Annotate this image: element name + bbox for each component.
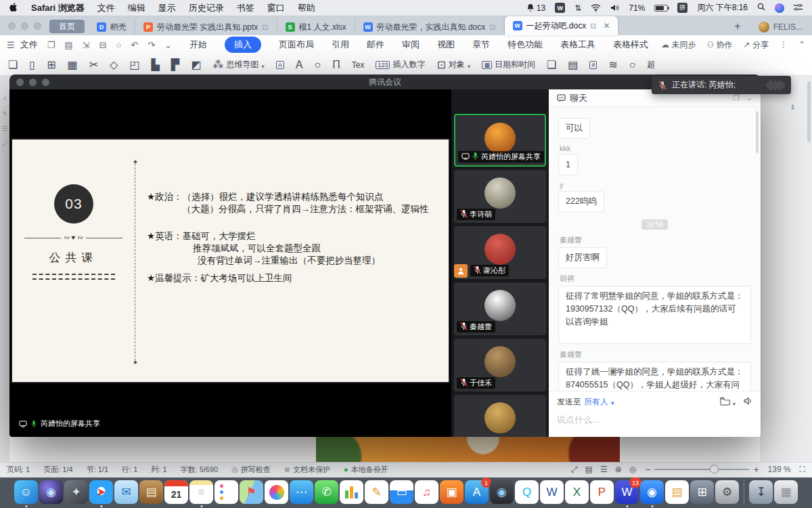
input-method-icon[interactable]: 拼 xyxy=(677,3,687,13)
dock-icon-reminders[interactable] xyxy=(215,480,238,504)
ribbon-tab-审阅[interactable]: 审阅 xyxy=(402,39,420,51)
view-mode-icon-3[interactable]: ⊕ xyxy=(615,465,622,474)
tool-equation[interactable]: Π xyxy=(332,59,340,71)
collapse-ribbon-icon[interactable]: ⌃ xyxy=(798,40,805,49)
dock-icon-messages[interactable]: ⋯ xyxy=(290,480,313,504)
dock-icon-excel[interactable]: X xyxy=(565,480,589,504)
wps-status-icon[interactable]: W xyxy=(555,3,565,13)
menu-item-显示[interactable]: 显示 xyxy=(158,2,176,14)
status-toggle-本地备份开[interactable]: ●本地备份开 xyxy=(344,465,388,475)
volume-icon[interactable] xyxy=(610,4,619,12)
share-button[interactable]: ↗ 分享 xyxy=(744,39,769,51)
tool-object[interactable]: ⊡对象 xyxy=(436,58,470,71)
ribbon-tab-章节[interactable]: 章节 xyxy=(472,39,490,51)
menu-item-帮助[interactable]: 帮助 xyxy=(298,2,315,14)
minimize-window-button[interactable] xyxy=(21,22,28,30)
shared-screen-area[interactable]: 03 ∾ ♥ ∾ 公共课 ★政治：（选择）很烂，建议学透精讲精练熟悉每个知识点（… xyxy=(9,89,451,437)
dock-icon-maps[interactable]: ⚑ xyxy=(240,480,263,504)
tool-smartart[interactable]: ◩ xyxy=(191,58,201,71)
ribbon-tab-表格样式[interactable]: 表格样式 xyxy=(613,39,648,51)
menu-item-编辑[interactable]: 编辑 xyxy=(128,2,145,14)
dock-icon-tencent-meeting[interactable]: ◉ xyxy=(640,480,664,504)
print-preview-icon[interactable]: ○ xyxy=(116,40,121,50)
dock-icon-app-store[interactable]: A1 xyxy=(465,480,489,504)
collaborate-button[interactable]: ⚇ 协作 xyxy=(706,39,732,51)
window-controls[interactable] xyxy=(0,16,48,35)
dock-icon-photos[interactable] xyxy=(265,480,288,504)
ribbon-tab-表格工具[interactable]: 表格工具 xyxy=(560,39,595,51)
tool-blank-page[interactable]: ▯ xyxy=(29,58,35,71)
open-icon[interactable]: ❐ xyxy=(47,40,55,50)
dock-icon-grid[interactable]: ⊞ xyxy=(690,480,714,504)
tab-preview-icon[interactable]: ⊡ xyxy=(262,23,268,32)
collapse-chat-icon[interactable]: ⌄ xyxy=(746,93,752,102)
dock-icon-calendar[interactable]: 21 xyxy=(164,480,188,504)
dock-icon-pages[interactable]: ✎ xyxy=(365,480,388,504)
dock-icon-downloads[interactable]: ↧ xyxy=(749,480,773,504)
participant-tile-于佳禾[interactable]: 于佳禾 xyxy=(454,339,546,391)
status-列[interactable]: 列: 1 xyxy=(151,465,166,475)
popout-chat-icon[interactable]: ❐ xyxy=(733,93,740,102)
tab-劳动最光荣 实践出真知.pptx[interactable]: P劳动最光荣 实践出真知.pptx⊡ xyxy=(135,19,277,35)
tab-close-icon[interactable]: ✕ xyxy=(603,21,610,30)
file-menu[interactable]: 文件 xyxy=(20,39,38,51)
tool-picture[interactable]: ▦ xyxy=(68,58,78,71)
dock-icon-photo-booth[interactable]: ◉ xyxy=(490,480,514,504)
dock-icon-numbers[interactable] xyxy=(340,480,363,504)
tool-page-number[interactable]: # xyxy=(589,61,597,69)
menu-clock[interactable]: 周六 下午8:16 xyxy=(697,2,748,14)
tool-shapes[interactable]: ◇ xyxy=(110,58,118,71)
status-行[interactable]: 行: 1 xyxy=(122,465,137,475)
tool-table[interactable]: ⊞ xyxy=(47,58,55,71)
status-页码[interactable]: 页码: 1 xyxy=(7,465,30,475)
tool-insert-number[interactable]: 123插入数字 xyxy=(376,59,425,70)
tab-一起劳动吧.docx[interactable]: W一起劳动吧.docx⊡✕ xyxy=(505,16,618,35)
participant-tile-芮婧怡的屏幕共享[interactable]: 芮婧怡的屏幕共享 xyxy=(454,114,546,167)
tool-wordart[interactable]: A xyxy=(296,59,303,71)
more-options-icon[interactable]: ⋮ xyxy=(780,40,788,49)
meeting-titlebar[interactable]: 腾讯会议 xyxy=(9,75,761,89)
tool-comment[interactable]: ❏ xyxy=(547,58,556,71)
tab-模1 人文.xlsx[interactable]: S模1 人文.xlsx xyxy=(277,19,355,35)
redo-icon[interactable]: ↷ xyxy=(148,40,155,50)
tool-watermark[interactable]: ≋ xyxy=(608,58,617,71)
tool-screenshot[interactable]: ✂ xyxy=(89,58,98,71)
dock-icon-notebook[interactable]: ▤ xyxy=(665,480,689,504)
tab-首页[interactable]: 首页 xyxy=(49,20,85,33)
dock-icon-settings[interactable]: ⚙ xyxy=(715,480,739,504)
more-icon[interactable]: ⌄ xyxy=(164,40,172,50)
ribbon-tab-开始[interactable]: 开始 xyxy=(189,39,207,51)
hamburger-menu-icon[interactable]: ☰ xyxy=(7,40,15,50)
ribbon-tab-视图[interactable]: 视图 xyxy=(437,39,455,51)
tool-find[interactable]: ○ xyxy=(629,59,636,71)
dock-icon-launchpad[interactable]: ✦ xyxy=(64,480,88,504)
status-字数[interactable]: 字数: 5/690 xyxy=(181,465,219,475)
wifi-icon[interactable] xyxy=(591,4,601,12)
siri-icon[interactable] xyxy=(775,3,784,13)
ribbon-tab-引用[interactable]: 引用 xyxy=(332,39,349,51)
dock-icon-siri[interactable]: ◉ xyxy=(39,480,63,504)
tool-circle[interactable]: ○ xyxy=(315,59,321,71)
sidebar-mini-icon[interactable]: ✎ xyxy=(2,110,7,117)
tool-chart[interactable]: ▙ xyxy=(152,58,160,71)
dock-icon-trash[interactable]: ▦ xyxy=(774,480,798,504)
scroll-hint-icon[interactable]: ⇟ xyxy=(790,103,796,112)
menu-item-历史记录[interactable]: 历史记录 xyxy=(189,2,224,14)
tab-preview-icon[interactable]: ⊡ xyxy=(489,23,495,32)
dock-icon-books[interactable]: ▣ xyxy=(440,480,464,504)
tool-cover-page[interactable]: ❏ xyxy=(8,58,18,71)
save-icon[interactable]: ▤ xyxy=(64,40,72,50)
participant-tile-李诗萌[interactable]: 李诗萌 xyxy=(454,170,546,223)
tab-劳动最光荣，实践出真知.docx[interactable]: W劳动最光荣，实践出真知.docx⊡ xyxy=(355,19,505,35)
print-icon[interactable]: ⊟ xyxy=(99,40,107,50)
status-页面[interactable]: 页面: 1/4 xyxy=(43,465,72,475)
undo-icon[interactable]: ↶ xyxy=(131,40,138,50)
zoom-slider[interactable]: − + xyxy=(645,464,759,475)
send-to-selector[interactable]: 所有人 xyxy=(584,396,608,408)
menu-item-文件[interactable]: 文件 xyxy=(97,2,115,14)
zoom-slider-knob[interactable] xyxy=(710,465,719,473)
tool-mindmap[interactable]: ⁂思维导图 xyxy=(212,58,265,71)
tab-preview-icon[interactable]: ⊡ xyxy=(590,22,596,30)
tool-tex[interactable]: Tex xyxy=(352,60,365,70)
view-mode-icon-2[interactable]: ☰ xyxy=(600,465,608,474)
